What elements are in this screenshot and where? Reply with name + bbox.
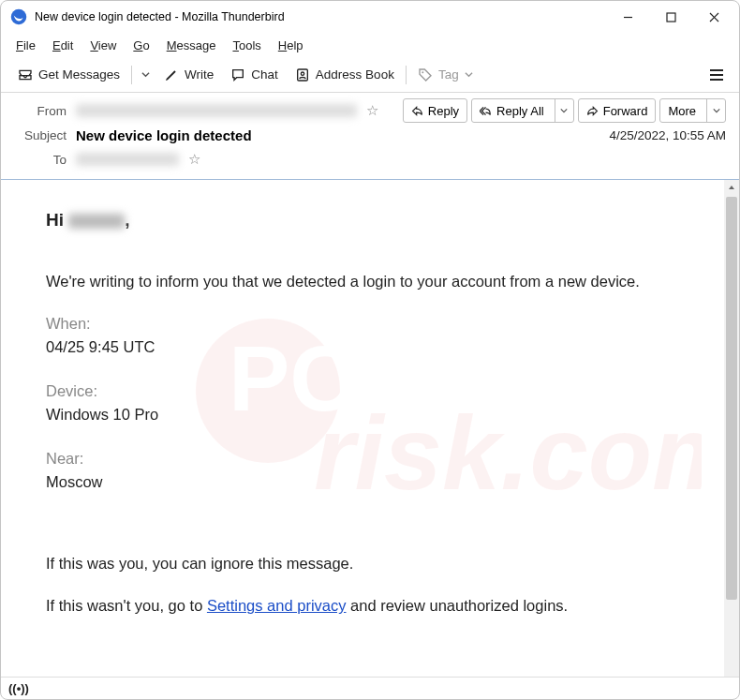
if-not-paragraph: If this wasn't you, go to Settings and p… (46, 595, 687, 617)
reply-all-label: Reply All (496, 104, 544, 118)
subject-label: Subject (14, 128, 67, 142)
if-not-pre: If this wasn't you, go to (46, 597, 207, 614)
from-value-redacted (76, 104, 357, 117)
separator (406, 66, 407, 84)
if-you-paragraph: If this was you, you can ignore this mes… (46, 553, 687, 574)
reply-all-button[interactable]: Reply All (471, 98, 574, 123)
write-button[interactable]: Write (156, 62, 221, 88)
chat-button[interactable]: Chat (223, 62, 286, 88)
get-messages-dropdown[interactable] (136, 62, 155, 88)
when-value: 04/25 9:45 UTC (46, 336, 687, 358)
device-value: Windows 10 Pro (46, 404, 687, 425)
device-label: Device: (46, 380, 687, 402)
tag-button[interactable]: Tag (410, 62, 481, 88)
forward-button[interactable]: Forward (578, 98, 657, 123)
settings-privacy-link[interactable]: Settings and privacy (207, 597, 347, 614)
message-date: 4/25/2022, 10:55 AM (609, 128, 726, 142)
near-value: Moscow (46, 471, 687, 493)
reply-all-dropdown[interactable] (555, 99, 573, 122)
more-button[interactable]: More (659, 98, 726, 123)
menu-help[interactable]: Help (271, 37, 311, 54)
address-book-label: Address Book (316, 67, 394, 82)
greeting: Hi , (46, 208, 687, 233)
more-label: More (668, 104, 696, 118)
toolbar: Get Messages Write Chat Address Book Tag (1, 57, 739, 93)
close-button[interactable] (692, 3, 735, 31)
menu-view[interactable]: View (82, 37, 124, 54)
scroll-thumb[interactable] (726, 197, 737, 600)
star-icon[interactable]: ☆ (366, 102, 378, 119)
address-book-button[interactable]: Address Book (288, 62, 402, 88)
tag-icon (418, 67, 433, 82)
when-label: When: (46, 313, 687, 335)
chat-icon (230, 67, 245, 82)
write-label: Write (185, 67, 214, 82)
online-status-icon[interactable]: ((•)) (8, 681, 29, 695)
message-body: Hi , We're writing to inform you that we… (1, 180, 724, 656)
scroll-up-icon[interactable] (724, 180, 739, 195)
status-bar: ((•)) (1, 677, 739, 699)
forward-icon (586, 105, 599, 117)
menu-message[interactable]: Message (159, 37, 224, 54)
get-messages-label: Get Messages (38, 67, 120, 82)
inbox-icon (18, 67, 33, 82)
message-headers: From ☆ Reply Reply All Forward (1, 93, 739, 180)
greeting-hi: Hi (46, 210, 68, 230)
svg-point-0 (11, 9, 27, 25)
greeting-comma: , (125, 210, 129, 230)
forward-label: Forward (603, 104, 648, 118)
pencil-icon (164, 67, 179, 82)
get-messages-button[interactable]: Get Messages (10, 62, 127, 88)
tag-label: Tag (438, 67, 459, 82)
minimize-button[interactable] (606, 3, 649, 31)
svg-point-6 (301, 72, 303, 75)
app-menu-button[interactable] (703, 62, 730, 88)
menu-edit[interactable]: Edit (45, 37, 81, 54)
address-book-icon (295, 67, 310, 82)
if-not-post: and review unauthorized logins. (347, 597, 569, 614)
reply-label: Reply (428, 104, 459, 118)
window-title: New device login detected - Mozilla Thun… (35, 10, 285, 23)
to-label: To (14, 153, 67, 167)
menubar: File Edit View Go Message Tools Help (1, 33, 739, 57)
from-label: From (14, 104, 67, 118)
reply-all-icon (480, 105, 492, 117)
recipient-name-redacted (68, 214, 125, 229)
chat-label: Chat (251, 67, 278, 82)
near-label: Near: (46, 448, 687, 469)
thunderbird-icon (10, 8, 27, 25)
menu-tools[interactable]: Tools (225, 37, 268, 54)
star-icon[interactable]: ☆ (188, 151, 200, 168)
svg-point-7 (422, 71, 423, 73)
reply-button[interactable]: Reply (403, 98, 467, 123)
menu-go[interactable]: Go (126, 37, 156, 54)
reply-icon (411, 105, 423, 117)
svg-rect-2 (667, 13, 675, 22)
scrollbar[interactable] (724, 180, 739, 677)
separator (131, 66, 132, 84)
menu-file[interactable]: File (8, 37, 43, 54)
intro-paragraph: We're writing to inform you that we dete… (46, 271, 687, 292)
subject-value: New device login detected (76, 127, 252, 143)
more-dropdown[interactable] (706, 99, 725, 122)
to-value-redacted (76, 153, 179, 166)
chevron-down-icon (465, 70, 473, 79)
maximize-button[interactable] (649, 3, 692, 31)
